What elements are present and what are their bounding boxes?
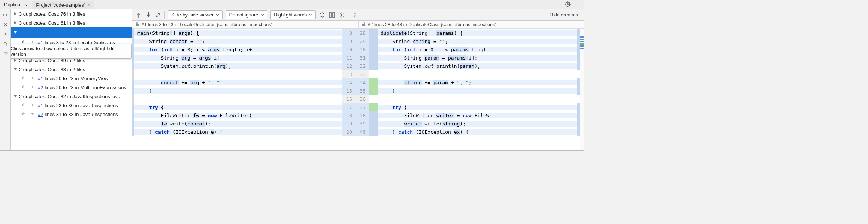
export-icon[interactable] — [3, 51, 8, 57]
duplicates-tree[interactable]: 3 duplicates, Cost: 76 in 3 files 3 dupl… — [11, 9, 132, 150]
diff-viewer: Side-by-side viewer Do not ignore Highli… — [132, 9, 584, 150]
tree-group-selected[interactable] — [11, 27, 132, 38]
collapse-icon[interactable] — [319, 12, 326, 18]
close-icon[interactable]: × — [87, 2, 90, 8]
ignore-combo[interactable]: Do not ignore — [226, 10, 267, 19]
chevron-down-icon — [309, 12, 312, 18]
diff-body[interactable]: main(String[] args) { String concat = ""… — [132, 29, 584, 150]
tree-item[interactable]: #1 lines 23 to 30 in Java9Inspections — [11, 101, 132, 110]
pin-icon[interactable] — [3, 32, 8, 37]
tree-item[interactable]: #1 lines 20 to 28 in MemoryView — [11, 74, 132, 83]
send-right-icon[interactable] — [29, 85, 34, 90]
tree-group-label: 3 duplicates, Cost: 76 in 3 files — [19, 11, 85, 17]
diff-link[interactable]: #2 — [38, 112, 45, 117]
header-text: #1 lines 8 to 23 in LocateDuplicates (co… — [142, 22, 273, 27]
tree-item[interactable]: #2 lines 20 to 28 in MultiLineExpression… — [11, 83, 132, 92]
rerun-icon[interactable] — [2, 12, 9, 18]
tree-group-label: 2 duplicates, Cost: 33 in 2 files — [19, 67, 85, 72]
combo-label: Do not ignore — [229, 12, 258, 18]
send-left-icon[interactable] — [21, 112, 27, 117]
chevron-down-icon[interactable] — [13, 67, 18, 72]
edit-icon[interactable] — [155, 12, 161, 18]
gear-icon[interactable] — [565, 1, 571, 8]
next-diff-icon[interactable] — [145, 12, 152, 18]
combo-label: Highlight words — [274, 12, 307, 18]
svg-point-0 — [567, 3, 569, 5]
send-right-icon[interactable] — [29, 76, 34, 81]
tree-group[interactable]: 2 duplicates, Cost: 33 in 2 files — [11, 65, 132, 74]
tree-group-label: 3 duplicates, Cost: 61 in 3 files — [19, 20, 85, 26]
chevron-down-icon[interactable] — [13, 30, 18, 35]
tab-label: Project 'code-samples' — [36, 2, 85, 8]
tree-group-label: 2 duplicates, Cost: 32 in Java9Inspectio… — [19, 94, 120, 99]
right-diff-header: #2 lines 28 to 43 in DuplicateClass (com… — [359, 21, 584, 28]
chevron-down-icon[interactable] — [13, 94, 18, 99]
svg-rect-10 — [136, 24, 139, 26]
svg-point-4 — [4, 42, 6, 45]
combo-label: Side-by-side viewer — [171, 12, 214, 18]
prev-diff-icon[interactable] — [135, 12, 142, 18]
chevron-down-icon — [216, 12, 219, 18]
highlight-combo[interactable]: Highlight words — [270, 10, 316, 19]
diff-count-label: 3 differences — [550, 12, 581, 18]
tooltip: Click arrow to show selected item as lef… — [11, 44, 132, 59]
diff-link[interactable]: #1 — [38, 76, 45, 81]
left-diff-header: #1 lines 8 to 23 in LocateDuplicates (co… — [132, 21, 359, 28]
svg-line-5 — [6, 45, 7, 46]
svg-rect-11 — [362, 24, 365, 26]
viewer-mode-combo[interactable]: Side-by-side viewer — [168, 10, 223, 19]
svg-rect-8 — [333, 13, 335, 17]
tree-item-label: lines 20 to 28 in MemoryView — [45, 76, 108, 81]
close-icon[interactable] — [3, 22, 8, 27]
help-icon[interactable]: ? — [351, 12, 358, 18]
sync-scroll-icon[interactable] — [329, 12, 335, 18]
chevron-right-icon[interactable] — [13, 21, 18, 25]
overview-ruler[interactable] — [580, 29, 584, 150]
send-left-icon[interactable] — [21, 85, 27, 90]
lock-icon — [362, 22, 366, 27]
tree-item-label: lines 20 to 28 in MultiLineExpressions — [45, 85, 126, 90]
gear-icon[interactable] — [338, 12, 345, 18]
send-left-icon[interactable] — [21, 103, 27, 108]
send-right-icon[interactable] — [29, 112, 34, 117]
hide-icon[interactable] — [574, 1, 580, 8]
tree-item-label: lines 31 to 38 in Java9Inspections — [45, 112, 118, 117]
send-right-icon[interactable] — [29, 103, 34, 108]
side-toolbar — [0, 9, 11, 150]
diff-right[interactable]: duplicate(String[] params) { String stri… — [369, 29, 580, 150]
svg-rect-7 — [329, 13, 331, 17]
chevron-right-icon[interactable] — [13, 12, 18, 16]
duplicates-scope-tab[interactable]: Project 'code-samples' × — [32, 1, 94, 9]
preview-icon[interactable] — [3, 42, 8, 47]
tree-group[interactable]: 3 duplicates, Cost: 76 in 3 files — [11, 9, 132, 18]
svg-point-9 — [341, 14, 343, 16]
tree-item-label: lines 23 to 30 in Java9Inspections — [45, 103, 118, 108]
header-text: #2 lines 28 to 43 in DuplicateClass (com… — [368, 22, 497, 27]
lock-icon — [135, 22, 139, 27]
line-gutter: 828 929 1030 1131 1232 1333 1434 1535 16… — [342, 29, 369, 150]
send-left-icon[interactable] — [21, 76, 27, 81]
tool-window-header: Duplicates: Project 'code-samples' × — [0, 0, 584, 9]
diff-link[interactable]: #2 — [38, 85, 45, 90]
diff-link[interactable]: #1 — [38, 103, 45, 108]
diff-toolbar: Side-by-side viewer Do not ignore Highli… — [132, 9, 584, 21]
tree-group[interactable]: 2 duplicates, Cost: 32 in Java9Inspectio… — [11, 92, 132, 101]
diff-left[interactable]: main(String[] args) { String concat = ""… — [132, 29, 342, 150]
tool-window-title: Duplicates: — [2, 2, 32, 7]
chevron-down-icon — [261, 12, 264, 18]
tree-item[interactable]: #2 lines 31 to 38 in Java9Inspections — [11, 110, 132, 119]
tree-group[interactable]: 3 duplicates, Cost: 61 in 3 files — [11, 18, 132, 27]
